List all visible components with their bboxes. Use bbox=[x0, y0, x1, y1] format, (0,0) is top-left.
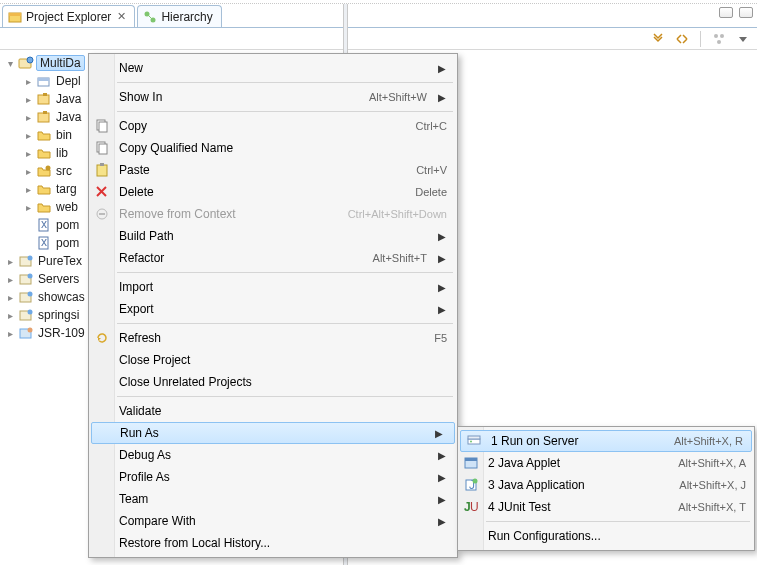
menu-separator bbox=[117, 272, 453, 273]
menu-item-accelerator: Ctrl+Alt+Shift+Down bbox=[348, 208, 447, 220]
menu-separator bbox=[117, 82, 453, 83]
expander-icon[interactable] bbox=[4, 57, 16, 69]
expander-icon[interactable] bbox=[4, 291, 16, 303]
menu-item-label: Compare With bbox=[119, 514, 427, 528]
menu-item-label: Copy bbox=[119, 119, 406, 133]
submenu-arrow-icon: ▶ bbox=[437, 516, 447, 527]
expander-icon[interactable] bbox=[4, 327, 16, 339]
submenu-arrow-icon: ▶ bbox=[437, 304, 447, 315]
submenu-arrow-icon: ▶ bbox=[437, 63, 447, 74]
xml-icon: x bbox=[36, 235, 52, 251]
expander-icon[interactable] bbox=[22, 165, 34, 177]
submenu-arrow-icon: ▶ bbox=[437, 231, 447, 242]
menu-item[interactable]: Close Project bbox=[89, 349, 457, 371]
tree-item-label: Java bbox=[54, 110, 83, 124]
menu-item-label: Validate bbox=[119, 404, 447, 418]
tree-item-label: targ bbox=[54, 182, 79, 196]
tab-project-explorer[interactable]: Project Explorer ✕ bbox=[2, 5, 135, 27]
menu-item[interactable]: J3 Java ApplicationAlt+Shift+X, J bbox=[458, 474, 754, 496]
menu-item[interactable]: Copy Qualified Name bbox=[89, 137, 457, 159]
minimize-view-button[interactable] bbox=[719, 7, 733, 18]
tree-item-label: PureTex bbox=[36, 254, 84, 268]
svg-rect-13 bbox=[43, 93, 47, 96]
menu-item-label: Close Project bbox=[119, 353, 447, 367]
menu-item[interactable]: Run As▶ bbox=[91, 422, 455, 444]
expander-icon[interactable] bbox=[4, 273, 16, 285]
expander-icon[interactable] bbox=[22, 183, 34, 195]
menu-item-label: Team bbox=[119, 492, 427, 506]
project-icon bbox=[18, 271, 34, 287]
filters-icon[interactable] bbox=[711, 31, 727, 47]
svg-rect-41 bbox=[468, 439, 480, 444]
svg-rect-15 bbox=[43, 111, 47, 114]
tab-hierarchy[interactable]: Hierarchy bbox=[137, 5, 221, 27]
expander-icon[interactable] bbox=[4, 309, 16, 321]
menu-item[interactable]: Restore from Local History... bbox=[89, 532, 457, 554]
svg-text:x: x bbox=[41, 235, 47, 249]
menu-item[interactable]: Validate bbox=[89, 400, 457, 422]
menu-item[interactable]: JU4 JUnit TestAlt+Shift+X, T bbox=[458, 496, 754, 518]
menu-item[interactable]: Close Unrelated Projects bbox=[89, 371, 457, 393]
menu-item[interactable]: RefreshF5 bbox=[89, 327, 457, 349]
expander-icon[interactable] bbox=[22, 147, 34, 159]
menu-item[interactable]: New▶ bbox=[89, 57, 457, 79]
folder-icon bbox=[36, 145, 52, 161]
tree-item-label: MultiDa bbox=[36, 55, 85, 71]
menu-item[interactable]: Export▶ bbox=[89, 298, 457, 320]
menu-item[interactable]: 1 Run on ServerAlt+Shift+X, R bbox=[460, 430, 752, 452]
tree-item-label: Java bbox=[54, 92, 83, 106]
menu-item-label: Remove from Context bbox=[119, 207, 338, 221]
close-icon[interactable]: ✕ bbox=[117, 10, 126, 23]
applet-icon bbox=[463, 455, 479, 471]
svg-point-48 bbox=[473, 479, 478, 484]
svg-point-7 bbox=[717, 40, 721, 44]
expander-icon[interactable] bbox=[4, 255, 16, 267]
menu-item[interactable]: Debug As▶ bbox=[89, 444, 457, 466]
tree-item-label: bin bbox=[54, 128, 74, 142]
context-menu: New▶Show InAlt+Shift+W▶CopyCtrl+CCopy Qu… bbox=[88, 53, 458, 558]
svg-text:U: U bbox=[470, 500, 479, 514]
menu-item-label: Run Configurations... bbox=[488, 529, 746, 543]
view-menu-icon[interactable] bbox=[735, 31, 751, 47]
expander-icon[interactable] bbox=[22, 93, 34, 105]
expander-icon[interactable] bbox=[22, 75, 34, 87]
svg-rect-32 bbox=[99, 122, 107, 132]
menu-item[interactable]: DeleteDelete bbox=[89, 181, 457, 203]
ear-icon bbox=[18, 325, 34, 341]
collapse-all-icon[interactable] bbox=[650, 31, 666, 47]
tab-hierarchy-label: Hierarchy bbox=[161, 10, 212, 24]
menu-item[interactable]: Team▶ bbox=[89, 488, 457, 510]
menu-item[interactable]: CopyCtrl+C bbox=[89, 115, 457, 137]
tree-item-label: src bbox=[54, 164, 74, 178]
svg-point-22 bbox=[28, 256, 33, 261]
svg-line-4 bbox=[148, 15, 152, 19]
expander-icon[interactable] bbox=[22, 129, 34, 141]
tab-project-explorer-label: Project Explorer bbox=[26, 10, 111, 24]
menu-item[interactable]: Show InAlt+Shift+W▶ bbox=[89, 86, 457, 108]
menu-separator bbox=[486, 521, 750, 522]
tree-item-label: lib bbox=[54, 146, 70, 160]
menu-item[interactable]: PasteCtrl+V bbox=[89, 159, 457, 181]
project-explorer-icon bbox=[8, 10, 22, 24]
svg-rect-43 bbox=[468, 436, 480, 439]
link-editor-icon[interactable] bbox=[674, 31, 690, 47]
expander-icon[interactable] bbox=[22, 201, 34, 213]
menu-item[interactable]: Build Path▶ bbox=[89, 225, 457, 247]
svg-point-5 bbox=[714, 34, 718, 38]
menu-item[interactable]: Import▶ bbox=[89, 276, 457, 298]
folder-icon bbox=[36, 199, 52, 215]
menu-item[interactable]: Profile As▶ bbox=[89, 466, 457, 488]
expander-icon[interactable] bbox=[22, 111, 34, 123]
menu-item[interactable]: Run Configurations... bbox=[458, 525, 754, 547]
tree-item-label: Servers bbox=[36, 272, 81, 286]
svg-point-16 bbox=[46, 166, 51, 171]
menu-item-label: Build Path bbox=[119, 229, 427, 243]
menu-item[interactable]: RefactorAlt+Shift+T▶ bbox=[89, 247, 457, 269]
svg-rect-14 bbox=[38, 113, 49, 122]
tree-item-label: JSR-109 bbox=[36, 326, 87, 340]
maximize-view-button[interactable] bbox=[739, 7, 753, 18]
menu-item-label: Copy Qualified Name bbox=[119, 141, 447, 155]
menu-item[interactable]: Compare With▶ bbox=[89, 510, 457, 532]
svg-rect-45 bbox=[465, 458, 477, 461]
menu-item[interactable]: 2 Java AppletAlt+Shift+X, A bbox=[458, 452, 754, 474]
